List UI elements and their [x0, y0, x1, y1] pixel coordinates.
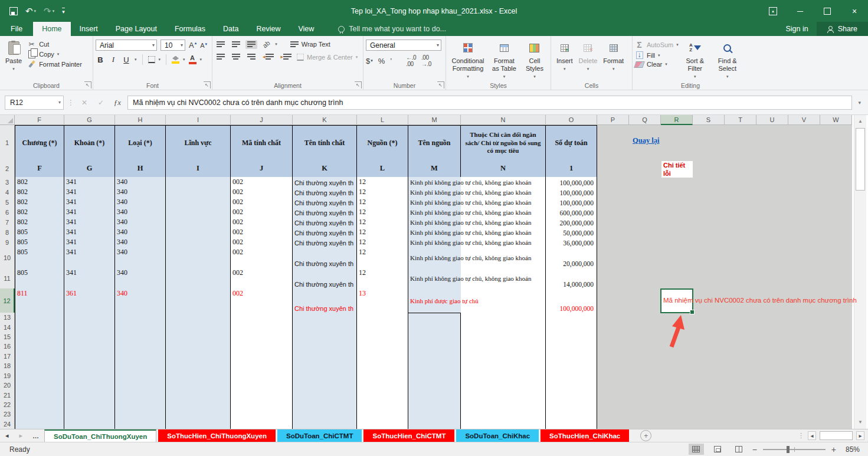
cell-M6[interactable]: Kinh phí không giao tự chủ, không giao k…: [408, 207, 461, 218]
decrease-indent-button[interactable]: ◂: [261, 53, 276, 61]
cell-O2[interactable]: 1: [546, 160, 597, 178]
cell-K17[interactable]: [293, 352, 357, 362]
clear-button[interactable]: Clear▾: [635, 61, 679, 68]
column-header-W[interactable]: W: [820, 115, 852, 125]
paste-button[interactable]: Paste▾: [2, 38, 25, 74]
cell-M18[interactable]: [408, 361, 461, 371]
cell-F23[interactable]: [15, 409, 64, 419]
cell-L9[interactable]: 12: [357, 237, 408, 248]
cell-J21[interactable]: [231, 390, 293, 400]
cell-K18[interactable]: [293, 361, 357, 371]
row-header-9[interactable]: 9: [0, 237, 15, 248]
cell-H4[interactable]: 340: [115, 187, 166, 198]
cell-K10[interactable]: Chi thường xuyên th: [293, 247, 357, 268]
cell-M22[interactable]: [408, 400, 461, 410]
cell-O11[interactable]: 14,000,000: [546, 268, 597, 289]
cell-styles-button[interactable]: Cell Styles▾: [521, 38, 548, 82]
cell-O23[interactable]: [546, 409, 597, 419]
cell-I14[interactable]: [166, 322, 231, 332]
cell-K2[interactable]: K: [293, 160, 357, 178]
percent-style-button[interactable]: %: [378, 57, 385, 65]
cell-G6[interactable]: 341: [64, 207, 115, 218]
cell-O22[interactable]: [546, 400, 597, 410]
cell-N14[interactable]: [461, 322, 546, 332]
cell-I13[interactable]: [166, 313, 231, 323]
cell-L1[interactable]: Nguồn (*): [357, 125, 408, 161]
align-right-button[interactable]: [245, 53, 257, 61]
cell-J16[interactable]: [231, 342, 293, 352]
cell-F7[interactable]: 802: [15, 217, 64, 228]
cell-I3[interactable]: [166, 177, 231, 188]
cell-G16[interactable]: [64, 342, 115, 352]
row-header-2[interactable]: 2: [0, 160, 15, 178]
cell-K4[interactable]: Chi thường xuyên th: [293, 187, 357, 198]
font-size-select[interactable]: 10▾: [161, 40, 185, 51]
cell-H18[interactable]: [115, 361, 166, 371]
cell-I12[interactable]: [166, 288, 231, 313]
cell-K8[interactable]: Chi thường xuyên th: [293, 227, 357, 238]
page-break-view-button[interactable]: [731, 444, 746, 455]
column-header-T[interactable]: T: [725, 115, 756, 125]
cell-G14[interactable]: [64, 322, 115, 332]
insert-cells-button[interactable]: ＋ Insert▾: [553, 38, 576, 74]
maximize-button[interactable]: [814, 0, 841, 22]
tab-data[interactable]: Data: [214, 22, 247, 36]
cell-K13[interactable]: [293, 313, 357, 323]
align-center-button[interactable]: [230, 53, 242, 61]
cell-J11[interactable]: 002: [231, 268, 293, 289]
cell-J2[interactable]: J: [231, 160, 293, 178]
row-header-23[interactable]: 23: [0, 409, 15, 419]
cell-H22[interactable]: [115, 400, 166, 410]
zoom-slider[interactable]: [763, 449, 826, 450]
column-header-R[interactable]: R: [661, 115, 693, 125]
cell-G18[interactable]: [64, 361, 115, 371]
cell-K15[interactable]: [293, 332, 357, 342]
cell-O13[interactable]: [546, 313, 597, 323]
cell-N17[interactable]: [461, 352, 546, 362]
cell-M19[interactable]: [408, 371, 461, 381]
undo-button[interactable]: ↶▾: [25, 6, 36, 17]
row-header-15[interactable]: 15: [0, 332, 15, 342]
tab-file[interactable]: File: [0, 22, 33, 36]
italic-button[interactable]: I: [109, 55, 118, 64]
cell-G9[interactable]: 341: [64, 237, 115, 248]
align-left-button[interactable]: [215, 53, 227, 61]
column-header-J[interactable]: J: [231, 115, 293, 125]
alignment-dialog-launcher[interactable]: ↘: [355, 81, 362, 88]
cell-N13[interactable]: [461, 313, 546, 323]
sheet-nav-right-button[interactable]: ▸: [14, 429, 28, 442]
cell-L2[interactable]: L: [357, 160, 408, 178]
cell-M2[interactable]: M: [408, 160, 461, 178]
cell-G19[interactable]: [64, 371, 115, 381]
cell-N20[interactable]: [461, 380, 546, 391]
column-header-K[interactable]: K: [293, 115, 357, 125]
cell-K5[interactable]: Chi thường xuyên th: [293, 197, 357, 208]
cell-M20[interactable]: [408, 380, 461, 391]
accounting-format-button[interactable]: $▾: [366, 57, 373, 65]
cell-J24[interactable]: [231, 419, 293, 429]
column-header-Q[interactable]: Q: [629, 115, 661, 125]
vscroll-thumb[interactable]: [856, 128, 865, 191]
cell-N23[interactable]: [461, 409, 546, 419]
sheet-nav-left-button[interactable]: ◂: [0, 429, 14, 442]
cell-L4[interactable]: 12: [357, 187, 408, 198]
normal-view-button[interactable]: [689, 444, 704, 455]
cell-J1[interactable]: Mã tính chất: [231, 125, 293, 161]
cell-N19[interactable]: [461, 371, 546, 381]
cell-L22[interactable]: [357, 400, 408, 410]
cell-I4[interactable]: [166, 187, 231, 198]
cell-K7[interactable]: Chi thường xuyên th: [293, 217, 357, 228]
cell-M21[interactable]: [408, 390, 461, 400]
cell-I10[interactable]: [166, 247, 231, 268]
cell-I6[interactable]: [166, 207, 231, 218]
cell-M11[interactable]: Kinh phí không giao tự chủ, không giao k…: [408, 268, 461, 289]
cell-J22[interactable]: [231, 400, 293, 410]
format-cells-button[interactable]: Format▾: [600, 38, 627, 74]
cell-F1[interactable]: Chương (*): [15, 125, 64, 161]
cell-J3[interactable]: 002: [231, 177, 293, 188]
cell-O18[interactable]: [546, 361, 597, 371]
cell-H20[interactable]: [115, 380, 166, 391]
cell-F9[interactable]: 805: [15, 237, 64, 248]
row-header-19[interactable]: 19: [0, 371, 15, 381]
cell-L23[interactable]: [357, 409, 408, 419]
